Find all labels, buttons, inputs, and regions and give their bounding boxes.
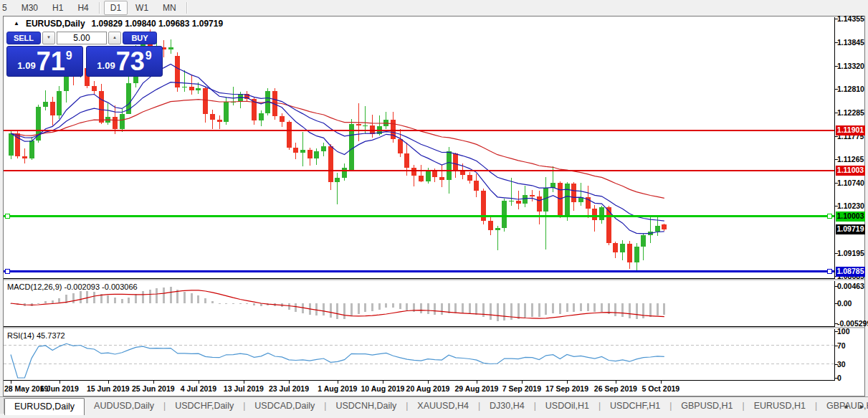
tab-gbpusd-h1[interactable]: GBPUSD,H1 [672, 397, 742, 414]
hline-price-tag: 1.10003 [836, 212, 865, 222]
date-tick [522, 381, 523, 384]
date-tick-label: 17 Sep 2019 [543, 384, 591, 393]
date-tick [616, 381, 616, 384]
rsi-panel[interactable] [4, 329, 835, 381]
date-tick-label: 15 Jun 2019 [84, 384, 133, 393]
tab-usdcad-daily[interactable]: USDCAD,Daily [245, 397, 324, 414]
sell-price-box[interactable]: 1.09 71 9 [6, 46, 83, 77]
tab-xauusd-h4[interactable]: XAUUSD,H4 [408, 397, 478, 414]
timeframe-button-mn[interactable]: MN [156, 1, 183, 15]
tab-usdoil-h1[interactable]: USDOil,H1 [536, 397, 598, 414]
sell-price-pips: 71 [37, 47, 65, 76]
buy-button[interactable]: BUY [123, 32, 157, 44]
tab-eurusd-h1[interactable]: EURUSD,H1 [745, 397, 815, 414]
price-tick-label: 1.09195 [837, 249, 866, 257]
toolbar-separator [186, 2, 188, 14]
tab-usdchf-daily[interactable]: USDCHF,Daily [166, 397, 243, 414]
rsi-axis-label: 70 [837, 341, 866, 350]
tab-eurusd-daily[interactable]: EURUSD,Daily [4, 398, 85, 415]
volume-up-button[interactable]: ▲ [108, 32, 121, 44]
price-tick-label: 1.13845 [837, 38, 866, 47]
date-tick [567, 381, 568, 384]
date-tick-label: 23 Jul 2019 [264, 384, 313, 393]
date-tick [59, 381, 60, 384]
sell-price-big-figure: 1.09 [17, 60, 35, 71]
tab-usdchf-h1[interactable]: USDCHF,H1 [601, 397, 669, 414]
date-tick-label: 29 Aug 2019 [452, 384, 501, 393]
date-tick-label: 4 Jul 2019 [174, 384, 223, 393]
date-tick [428, 381, 429, 384]
timeframe-button-w1[interactable]: W1 [129, 1, 155, 15]
date-tick-label: 25 Jun 2019 [129, 384, 178, 393]
collapse-panel-icon[interactable]: ▲ [14, 21, 19, 27]
date-tick [661, 381, 662, 384]
rsi-label: RSI(14) 45.7372 [7, 331, 65, 340]
price-tick-label: 1.12810 [837, 85, 866, 93]
date-tick [477, 381, 477, 384]
timeframe-button-m30[interactable]: M30 [15, 1, 44, 15]
date-tick [108, 381, 109, 384]
buy-price-box[interactable]: 1.09 73 9 [86, 46, 163, 77]
date-tick [199, 381, 199, 384]
timeframe-button-d1[interactable]: D1 [104, 1, 128, 15]
tab-scroll-left-icon[interactable]: ◄ [842, 403, 849, 410]
chart-window: ▲ EURUSD,Daily 1.09829 1.09840 1.09683 1… [3, 16, 865, 396]
date-tick-label: 5 Oct 2019 [636, 384, 685, 393]
date-tick-label: 10 Aug 2019 [358, 384, 407, 393]
date-tick [11, 381, 11, 384]
date-tick-label: 20 Aug 2019 [404, 384, 452, 393]
sell-button[interactable]: SELL [6, 32, 41, 44]
price-tick-label: 1.10230 [837, 201, 866, 210]
date-axis: 28 May 20196 Jun 201915 Jun 201925 Jun 2… [4, 381, 864, 396]
chart-title: ▲ EURUSD,Daily 1.09829 1.09840 1.09683 1… [14, 19, 223, 29]
date-tick-label: 26 Sep 2019 [591, 384, 640, 393]
volume-down-button[interactable]: ▼ [42, 32, 55, 44]
timeframe-button-5[interactable]: 5 [0, 1, 14, 15]
chart-ohlc-values: 1.09829 1.09840 1.09683 1.09719 [92, 19, 224, 29]
tab-audusd-daily[interactable]: AUDUSD,Daily [85, 397, 163, 414]
date-tick [338, 381, 338, 384]
date-tick-label: 1 Aug 2019 [313, 384, 362, 393]
buy-price-big-figure: 1.09 [97, 60, 115, 71]
toolbar-separator [99, 2, 100, 14]
macd-axis-label: 0.00463 [837, 282, 866, 290]
chart-tab-bar: EURUSD,DailyAUDUSD,Daily|USDCHF,Daily|US… [0, 396, 868, 418]
price-tick-label: 1.13320 [837, 62, 866, 70]
sell-price-point: 9 [66, 49, 72, 62]
current-price-tag: 1.09719 [836, 224, 865, 234]
date-tick-label: 6 Jun 2019 [35, 384, 84, 393]
price-tick-label: 1.12285 [837, 108, 866, 117]
timeframe-button-h4[interactable]: H4 [71, 1, 95, 15]
date-tick-label: 7 Sep 2019 [497, 384, 546, 393]
one-click-trade-panel: SELL ▼ 5.00 ▲ BUY 1.09 71 9 1.09 73 9 [6, 32, 166, 77]
date-tick [383, 381, 383, 384]
date-tick [153, 381, 154, 384]
date-tick-label: 13 Jul 2019 [219, 384, 268, 393]
volume-input[interactable]: 5.00 [57, 32, 107, 44]
timeframe-toolbar: 5M30H1H4D1W1MN [0, 0, 868, 15]
timeframe-button-h1[interactable]: H1 [46, 1, 70, 15]
rsi-axis-label: 30 [837, 360, 866, 369]
tab-usdcnh-daily[interactable]: USDCNH,Daily [326, 397, 406, 414]
macd-axis-label: -0.005299 [837, 319, 866, 328]
rsi-axis-label: 100 [837, 327, 866, 336]
date-tick [289, 381, 290, 384]
hline-price-tag: 1.08785 [836, 267, 865, 277]
hline-price-tag: 1.11901 [836, 125, 865, 136]
buy-price-pips: 73 [116, 47, 145, 76]
price-tick-label: 1.14355 [837, 14, 866, 23]
chart-symbol-label: EURUSD,Daily [26, 19, 85, 29]
price-tick-label: 1.10740 [837, 179, 866, 187]
macd-label: MACD(12,26,9) -0.002093 -0.003066 [7, 282, 138, 291]
buy-price-point: 9 [146, 49, 152, 62]
hline-price-tag: 1.11003 [836, 166, 865, 176]
price-tick-label: 1.11265 [837, 155, 866, 163]
tab-dj30-h4[interactable]: DJ30,H4 [480, 397, 534, 414]
tab-scroll-right-icon[interactable]: ► [859, 403, 865, 410]
date-tick [244, 381, 244, 384]
macd-axis-label: 0.00 [837, 299, 866, 308]
